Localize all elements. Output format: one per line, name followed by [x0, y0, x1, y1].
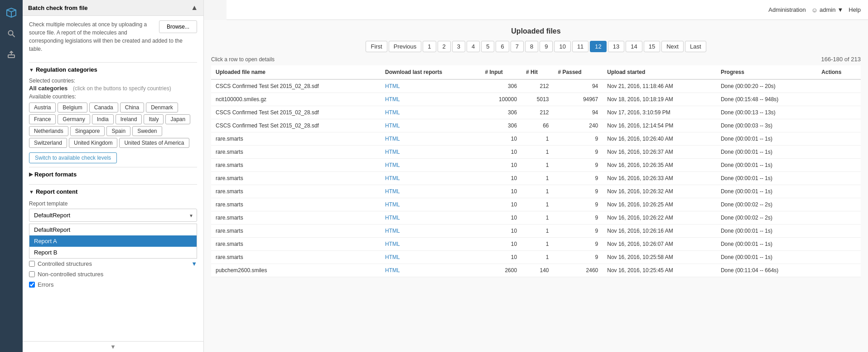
cell-download-last-reports[interactable]: HTML — [381, 132, 480, 146]
dropdown-item-report-b[interactable]: Report B — [29, 247, 197, 258]
report-formats-section[interactable]: ▶ Report formats — [29, 167, 197, 181]
cell-download-last-reports[interactable]: HTML — [381, 93, 480, 106]
pagination-page-2[interactable]: 2 — [438, 41, 451, 52]
pagination-last[interactable]: Last — [685, 41, 706, 52]
country-button-france[interactable]: France — [29, 114, 56, 124]
country-button-belgium[interactable]: Belgium — [58, 103, 87, 112]
country-button-germany[interactable]: Germany — [58, 114, 90, 124]
cell-download-last-reports[interactable]: HTML — [381, 79, 480, 93]
country-button-denmark[interactable]: Denmark — [146, 103, 178, 112]
country-button-italy[interactable]: Italy — [144, 114, 164, 124]
pagination-page-4[interactable]: 4 — [467, 41, 480, 52]
html-download-link[interactable]: HTML — [385, 162, 400, 168]
pagination-page-12[interactable]: 12 — [590, 41, 606, 52]
cell-download-last-reports[interactable]: HTML — [381, 198, 480, 211]
pagination-page-10[interactable]: 10 — [554, 41, 570, 52]
pagination-page-9[interactable]: 9 — [540, 41, 553, 52]
cell-download-last-reports[interactable]: HTML — [381, 146, 480, 159]
pagination-page-8[interactable]: 8 — [525, 41, 538, 52]
checkbox-non-controlled-structures[interactable] — [29, 271, 35, 277]
html-download-link[interactable]: HTML — [385, 254, 400, 260]
country-button-sweden[interactable]: Sweden — [132, 126, 162, 136]
cell-download-last-reports[interactable]: HTML — [381, 238, 480, 251]
table-row[interactable]: pubchem2600.smilesHTML26001402460Nov 16,… — [211, 264, 861, 277]
country-button-china[interactable]: China — [120, 103, 144, 112]
pagination-page-6[interactable]: 6 — [496, 41, 509, 52]
table-row[interactable]: rare.smartsHTML1019Nov 16, 2016, 10:26:4… — [211, 132, 861, 146]
search-icon[interactable] — [3, 25, 19, 42]
html-download-link[interactable]: HTML — [385, 109, 400, 116]
browse-button[interactable]: Browse... — [159, 20, 197, 33]
cell-download-last-reports[interactable]: HTML — [381, 106, 480, 119]
country-button-singapore[interactable]: Singapore — [70, 126, 105, 136]
report-content-section[interactable]: ▼ Report content — [29, 184, 197, 198]
pagination-page-5[interactable]: 5 — [481, 41, 494, 52]
table-row[interactable]: CSCS Confirmed Test Set 2015_02_28.sdfHT… — [211, 79, 861, 93]
pagination-page-13[interactable]: 13 — [608, 41, 624, 52]
html-download-link[interactable]: HTML — [385, 188, 400, 195]
country-button-canada[interactable]: Canada — [89, 103, 118, 112]
admin-user-menu[interactable]: ☺ admin ▼ — [811, 6, 844, 14]
html-download-link[interactable]: HTML — [385, 83, 400, 89]
country-button-ireland[interactable]: Ireland — [116, 114, 142, 124]
table-row[interactable]: rare.smartsHTML1019Nov 16, 2016, 10:26:2… — [211, 211, 861, 225]
pagination-next[interactable]: Next — [661, 41, 684, 52]
pagination-page-14[interactable]: 14 — [626, 41, 642, 52]
country-button-india[interactable]: India — [92, 114, 114, 124]
country-button-austria[interactable]: Austria — [29, 103, 56, 112]
html-download-link[interactable]: HTML — [385, 136, 400, 142]
cell-download-last-reports[interactable]: HTML — [381, 251, 480, 264]
table-row[interactable]: rare.smartsHTML1019Nov 16, 2016, 10:25:5… — [211, 251, 861, 264]
upload-icon[interactable] — [3, 46, 19, 63]
html-download-link[interactable]: HTML — [385, 149, 400, 155]
scroll-checkbox-icon[interactable]: ▼ — [191, 260, 197, 267]
template-select[interactable]: DefaultReportReport AReport B — [29, 209, 197, 222]
dropdown-item-report-a[interactable]: Report A — [29, 235, 197, 247]
cell-download-last-reports[interactable]: HTML — [381, 159, 480, 172]
table-row[interactable]: rare.smartsHTML1019Nov 16, 2016, 10:26:1… — [211, 225, 861, 238]
html-download-link[interactable]: HTML — [385, 122, 400, 129]
cell-download-last-reports[interactable]: HTML — [381, 225, 480, 238]
checkbox-errors[interactable] — [29, 282, 35, 288]
table-row[interactable]: CSCS Confirmed Test Set 2015_02_28.sdfHT… — [211, 119, 861, 132]
cell-download-last-reports[interactable]: HTML — [381, 264, 480, 277]
help-link[interactable]: Help — [849, 6, 861, 13]
html-download-link[interactable]: HTML — [385, 175, 400, 181]
cell-download-last-reports[interactable]: HTML — [381, 185, 480, 198]
checkbox-controlled-structures[interactable] — [29, 261, 35, 267]
dropdown-item-defaultreport[interactable]: DefaultReport — [29, 224, 197, 235]
table-row[interactable]: rare.smartsHTML1019Nov 16, 2016, 10:26:0… — [211, 238, 861, 251]
table-row[interactable]: rare.smartsHTML1019Nov 16, 2016, 10:26:3… — [211, 172, 861, 185]
country-button-japan[interactable]: Japan — [165, 114, 190, 124]
scroll-down-indicator[interactable]: ▼ — [23, 341, 203, 352]
html-download-link[interactable]: HTML — [385, 215, 400, 221]
app-logo[interactable] — [3, 5, 19, 21]
html-download-link[interactable]: HTML — [385, 267, 400, 274]
pagination-page-15[interactable]: 15 — [644, 41, 660, 52]
html-download-link[interactable]: HTML — [385, 201, 400, 208]
table-row[interactable]: rare.smartsHTML1019Nov 16, 2016, 10:26:3… — [211, 146, 861, 159]
pagination-page-3[interactable]: 3 — [452, 41, 465, 52]
cell-download-last-reports[interactable]: HTML — [381, 172, 480, 185]
html-download-link[interactable]: HTML — [385, 96, 400, 103]
html-download-link[interactable]: HTML — [385, 241, 400, 247]
regulation-categories-section[interactable]: ▼ Regulation categories — [29, 62, 197, 76]
pagination-page-11[interactable]: 11 — [572, 41, 588, 52]
administration-link[interactable]: Administration — [768, 6, 805, 13]
country-button-united-states-of-america[interactable]: United States of America — [119, 138, 189, 148]
country-button-netherlands[interactable]: Netherlands — [29, 126, 68, 136]
cell-download-last-reports[interactable]: HTML — [381, 211, 480, 225]
pagination-page-1[interactable]: 1 — [423, 41, 436, 52]
html-download-link[interactable]: HTML — [385, 228, 400, 234]
switch-check-levels-button[interactable]: Switch to available check levels — [29, 152, 117, 163]
table-row[interactable]: rare.smartsHTML1019Nov 16, 2016, 10:26:2… — [211, 198, 861, 211]
country-button-united-kingdom[interactable]: United Kingdom — [69, 138, 117, 148]
country-button-switzerland[interactable]: Switzerland — [29, 138, 67, 148]
table-row[interactable]: CSCS Confirmed Test Set 2015_02_28.sdfHT… — [211, 106, 861, 119]
cell-download-last-reports[interactable]: HTML — [381, 119, 480, 132]
table-row[interactable]: rare.smartsHTML1019Nov 16, 2016, 10:26:3… — [211, 159, 861, 172]
pagination-first[interactable]: First — [366, 41, 387, 52]
country-button-spain[interactable]: Spain — [106, 126, 130, 136]
pagination-page-7[interactable]: 7 — [511, 41, 524, 52]
table-row[interactable]: rare.smartsHTML1019Nov 16, 2016, 10:26:3… — [211, 185, 861, 198]
